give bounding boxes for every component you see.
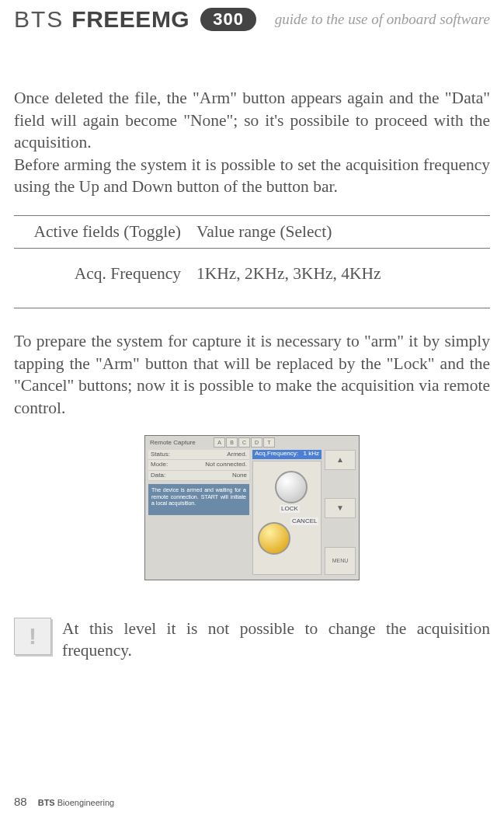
ss-tab: A <box>214 437 225 448</box>
ss-tabs: A B C D T <box>214 437 275 448</box>
ss-tab: B <box>226 437 238 448</box>
info-icon: ! <box>14 618 51 655</box>
note-block: ! At this level it is not possible to ch… <box>14 618 490 662</box>
ss-window-title: Remote Capture <box>150 439 196 448</box>
page-header: BTS FREEEMG 300 guide to the use of onbo… <box>14 6 490 33</box>
footer-brand: BTS Bioengineering <box>38 798 114 807</box>
header-subtitle: guide to the use of onboard software <box>275 11 490 28</box>
ss-status-value: Armed. <box>227 451 247 459</box>
ss-data-value: None <box>232 472 247 480</box>
paragraph-1: Once deleted the file, the "Arm" button … <box>14 87 490 154</box>
lock-button-icon <box>275 471 308 503</box>
ss-acq-label: Acq.Frequency: <box>255 450 298 458</box>
ss-data-label: Data: <box>151 472 165 480</box>
cancel-label: CANCEL <box>290 517 318 526</box>
page-footer: 88 BTS Bioengineering <box>14 795 114 808</box>
ss-info-message: The device is armed and waiting for a re… <box>148 484 249 515</box>
device-screenshot: Remote Capture A B C D T Status:Armed. M… <box>144 435 360 580</box>
menu-button: MENU <box>325 547 356 575</box>
note-text: At this level it is not possible to chan… <box>62 618 490 662</box>
body-text: Once deleted the file, the "Arm" button … <box>14 87 490 662</box>
logo: BTS FREEEMG 300 <box>14 6 256 33</box>
paragraph-2: Before arming the system it is possible … <box>14 154 490 198</box>
table-header-row: Active fields (Toggle) Value range (Sele… <box>14 215 490 248</box>
cancel-button-icon <box>258 522 290 555</box>
ss-tab: C <box>238 437 250 448</box>
ss-mode-label: Mode: <box>151 461 168 469</box>
brand-prefix: BTS <box>14 6 64 33</box>
brand-main: FREEEMG <box>71 6 189 33</box>
down-arrow-icon: ▼ <box>325 498 356 518</box>
paragraph-3: To prepare the system for capture it is … <box>14 330 490 419</box>
table-head-toggle: Active fields (Toggle) <box>14 221 196 243</box>
ss-acq-value: 1 kHz <box>304 450 319 458</box>
ss-status-label: Status: <box>151 451 170 459</box>
ss-button-area: LOCK CANCEL <box>252 461 322 575</box>
ss-side-controls: ▲ ▼ MENU <box>325 450 356 575</box>
settings-table: Active fields (Toggle) Value range (Sele… <box>14 215 490 308</box>
table-cell-values: 1KHz, 2KHz, 3KHz, 4KHz <box>196 263 490 285</box>
ss-mode-value: Not connected. <box>205 461 247 469</box>
table-cell-field: Acq. Frequency <box>14 263 196 285</box>
table-head-select: Value range (Select) <box>196 221 490 243</box>
ss-status-panel: Status:Armed. Mode:Not connected. Data:N… <box>148 450 249 516</box>
ss-tab: T <box>263 437 275 448</box>
table-row: Acq. Frequency 1KHz, 2KHz, 3KHz, 4KHz <box>14 248 490 309</box>
page-number: 88 <box>14 795 27 808</box>
up-arrow-icon: ▲ <box>325 450 356 470</box>
lock-label: LOCK <box>280 505 300 514</box>
ss-acq-frequency-bar: Acq.Frequency: 1 kHz <box>252 450 322 459</box>
brand-badge: 300 <box>200 8 256 31</box>
ss-tab: D <box>251 437 262 448</box>
